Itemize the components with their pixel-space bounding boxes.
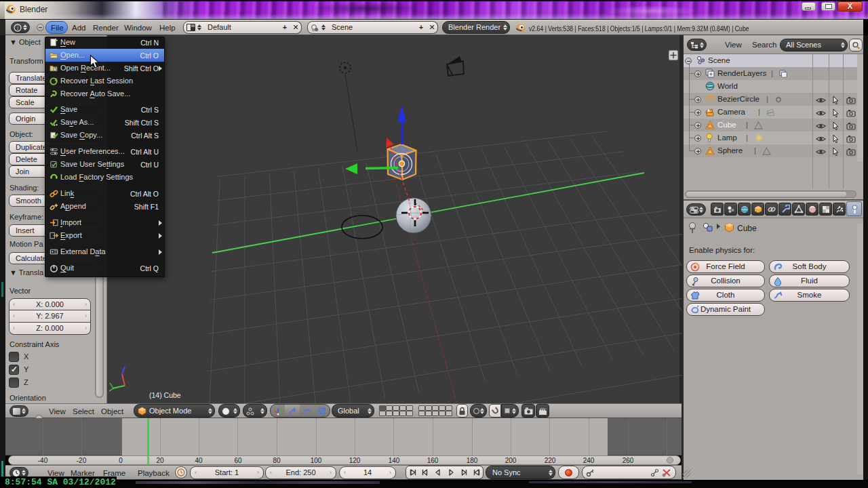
svg-text:(14) Cube: (14) Cube <box>149 391 181 399</box>
svg-text:i: i <box>17 25 19 31</box>
